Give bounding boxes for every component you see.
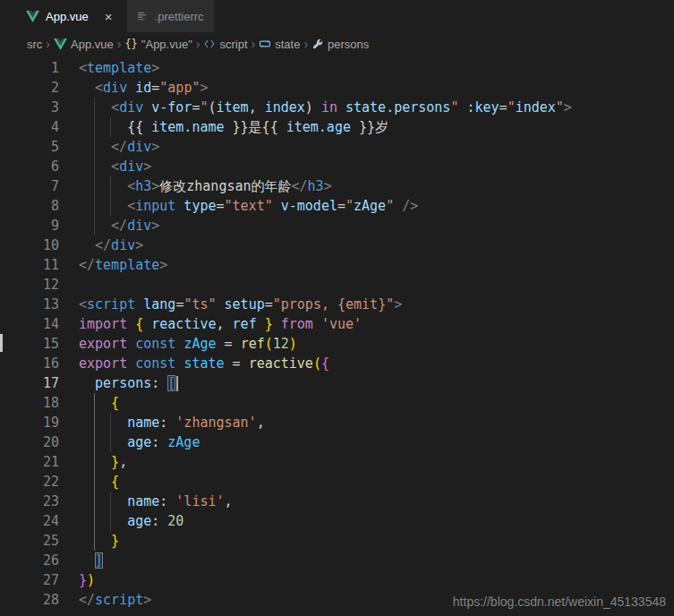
close-icon[interactable]: × xyxy=(101,9,116,24)
code-line-content: age: 20 xyxy=(59,511,183,531)
line-number[interactable]: 16 xyxy=(0,354,59,373)
indent-guide xyxy=(95,413,111,432)
code-token xyxy=(143,99,151,116)
line-number[interactable]: 10 xyxy=(0,235,59,255)
code-token: " xyxy=(556,99,564,116)
prettier-icon xyxy=(137,11,149,22)
code-line[interactable]: 4{{ item.name }}是{{ item.age }}岁 xyxy=(0,117,674,137)
line-number[interactable]: 20 xyxy=(0,432,59,452)
indent-pad xyxy=(111,196,127,216)
breadcrumb-item-state[interactable]: state xyxy=(259,38,300,51)
code-line[interactable]: 3<div v-for="(item, index) in state.pers… xyxy=(0,98,674,117)
code-line[interactable]: 24age: 20 xyxy=(0,511,674,531)
code-token: index xyxy=(516,99,556,116)
code-line[interactable]: 1<template> xyxy=(0,58,674,78)
line-number[interactable]: 23 xyxy=(0,492,59,511)
line-number[interactable]: 15 xyxy=(0,334,59,354)
line-number[interactable]: 14 xyxy=(0,314,59,334)
breadcrumb-item-script[interactable]: script xyxy=(203,38,247,51)
code-line[interactable]: 11</template> xyxy=(0,255,674,275)
code-token: /> xyxy=(402,198,418,214)
code-line[interactable]: 13<script lang="ts" setup="props, {emit}… xyxy=(0,295,674,314)
line-number[interactable]: 8 xyxy=(0,196,59,216)
line-number[interactable]: 11 xyxy=(0,255,59,275)
line-number[interactable]: 5 xyxy=(0,137,59,157)
code-token: div xyxy=(119,99,143,116)
code-line[interactable]: 9</div> xyxy=(0,216,674,235)
code-token xyxy=(127,316,135,332)
line-number[interactable]: 9 xyxy=(0,216,59,235)
line-number[interactable]: 19 xyxy=(0,413,59,432)
code-line[interactable]: 7<h3>修改zhangsan的年龄</h3> xyxy=(0,176,674,196)
code-token: ) xyxy=(87,572,95,588)
code-line[interactable]: 2<div id="app"> xyxy=(0,78,674,98)
line-number[interactable]: 26 xyxy=(0,551,59,570)
code-token: 'zhangsan' xyxy=(175,415,256,431)
line-number[interactable]: 21 xyxy=(0,452,59,472)
line-number[interactable]: 6 xyxy=(0,157,59,176)
code-line-content: </script> xyxy=(59,590,151,610)
code-token: { xyxy=(111,395,119,411)
line-number[interactable]: 17 xyxy=(0,373,59,393)
indent-guide xyxy=(79,98,95,117)
code-line[interactable]: 26] xyxy=(0,551,674,570)
code-line[interactable]: 12 xyxy=(0,275,674,295)
code-line[interactable]: 20age: zAge xyxy=(0,432,674,452)
line-number[interactable]: 12 xyxy=(0,275,59,295)
code-token: h3 xyxy=(135,178,151,194)
code-line-content: age: zAge xyxy=(59,432,200,452)
code-token: script xyxy=(95,592,143,608)
breadcrumb-item-appvue[interactable]: App.vue xyxy=(54,38,114,51)
code-line[interactable]: 27}) xyxy=(0,570,674,590)
line-number[interactable]: 1 xyxy=(0,58,59,78)
indent-pad xyxy=(95,157,111,176)
indent-pad xyxy=(95,472,111,492)
code-line[interactable]: 6<div> xyxy=(0,157,674,176)
code-editor[interactable]: 1<template>2<div id="app">3<div v-for="(… xyxy=(0,56,674,610)
indent-guide xyxy=(79,176,95,196)
code-line[interactable]: 10</div> xyxy=(0,235,674,255)
code-token: reactive xyxy=(151,316,216,332)
code-line[interactable]: 8<input type="text" v-model="zAge" /> xyxy=(0,196,674,216)
line-number[interactable]: 4 xyxy=(0,117,59,137)
code-line[interactable]: 18{ xyxy=(0,393,674,413)
line-number[interactable]: 25 xyxy=(0,531,59,551)
line-number[interactable]: 22 xyxy=(0,472,59,492)
breadcrumb-item-src[interactable]: src xyxy=(27,38,42,51)
breadcrumb-item-appvue[interactable]: {}"App.vue" xyxy=(124,38,192,51)
code-line[interactable]: 23name: 'lisi', xyxy=(0,492,674,511)
vscode-editor-window: App.vue × .prettierrc src›App.vue›{}"App… xyxy=(0,0,674,610)
line-number[interactable]: 24 xyxy=(0,511,59,531)
code-line[interactable]: 22{ xyxy=(0,472,674,492)
indent-guide xyxy=(79,531,95,551)
code-line[interactable]: 19name: 'zhangsan', xyxy=(0,413,674,432)
indent-guide xyxy=(95,196,111,216)
line-number[interactable]: 27 xyxy=(0,570,59,590)
line-number[interactable]: 3 xyxy=(0,98,59,117)
code-line[interactable]: 16export const state = reactive({ xyxy=(0,354,674,373)
indent-pad xyxy=(95,531,111,551)
line-number[interactable]: 28 xyxy=(0,590,59,610)
code-token: reactive xyxy=(249,355,313,372)
code-line[interactable]: 25} xyxy=(0,531,674,551)
indent-pad xyxy=(95,137,111,157)
tab-app-vue[interactable]: App.vue × xyxy=(16,0,126,32)
line-number[interactable]: 18 xyxy=(0,393,59,413)
vue-icon xyxy=(26,11,39,22)
breadcrumb-item-persons[interactable]: persons xyxy=(311,38,369,51)
line-number[interactable]: 7 xyxy=(0,176,59,196)
code-token: zAge xyxy=(167,434,200,450)
tab-prettierrc[interactable]: .prettierrc xyxy=(127,0,214,32)
code-line[interactable]: 21}, xyxy=(0,452,674,472)
code-line[interactable]: 14import { reactive, ref } from 'vue' xyxy=(0,314,674,334)
code-token: v-for xyxy=(151,99,192,116)
breadcrumb-label: "App.vue" xyxy=(141,38,192,51)
code-token: in xyxy=(321,99,337,116)
code-token: h3 xyxy=(308,178,324,194)
line-number[interactable]: 13 xyxy=(0,295,59,314)
code-line[interactable]: 15export const zAge = ref(12) xyxy=(0,334,674,354)
code-line[interactable]: 17persons: [ xyxy=(0,373,674,393)
code-token: ref xyxy=(233,316,257,332)
line-number[interactable]: 2 xyxy=(0,78,59,98)
code-line[interactable]: 5</div> xyxy=(0,137,674,157)
